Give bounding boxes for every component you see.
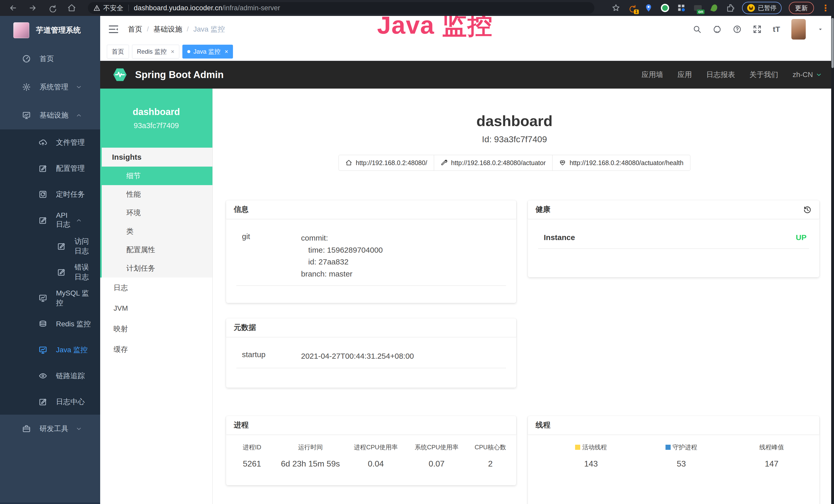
tab-label: Redis 监控 [137, 47, 167, 56]
process-card-title: 进程 [234, 420, 249, 430]
fullscreen-icon[interactable] [753, 25, 762, 33]
sidebar-item-home[interactable]: 首页 [0, 45, 100, 73]
bookmark-star-icon[interactable] [612, 4, 620, 12]
briefcase-icon [22, 425, 31, 433]
sidebar-item-java-monitor[interactable]: Java 监控 [0, 337, 100, 363]
browser-update-button[interactable]: 更新 [789, 2, 814, 14]
sba-menu-config-props[interactable]: 配置属性 [102, 240, 213, 259]
metadata-value: 2021-04-27T00:44:31.254+08:00 [301, 350, 506, 362]
threads-card-title: 线程 [535, 420, 550, 430]
extension-leaf-icon[interactable] [710, 3, 719, 13]
breadcrumb-home[interactable]: 首页 [128, 24, 142, 34]
refresh-icon[interactable] [48, 4, 57, 12]
hamburger-icon[interactable] [108, 24, 119, 35]
sba-nav-about[interactable]: 关于我们 [749, 70, 778, 79]
insights-group: Insights 细节 性能 环境 类 配置属性 计划任务 [100, 147, 213, 278]
stat-uptime: 运行时间 6d 23h 15m 59s [275, 443, 346, 468]
stat-system-cpu: 系统CPU使用率 0.07 [406, 443, 467, 468]
sba-menu-mappings[interactable]: 映射 [100, 319, 213, 339]
sidebar-item-api-log[interactable]: API 日志 [0, 207, 100, 233]
legend-daemon-threads-swatch [665, 445, 671, 450]
service-url-button[interactable]: http://192.168.0.2:48080/ [338, 155, 434, 171]
extension-grid-icon[interactable] [677, 3, 686, 13]
font-size-icon[interactable]: tT [773, 25, 780, 33]
avatar-caret-icon[interactable] [817, 26, 824, 32]
sidebar-item-mysql-monitor[interactable]: MySQL 监控 [0, 285, 100, 311]
app-logo-image [13, 22, 29, 38]
chevron-down-icon [75, 84, 82, 90]
search-icon[interactable] [693, 25, 701, 33]
sba-nav-applications[interactable]: 应用 [678, 70, 692, 79]
sba-menu-environment[interactable]: 环境 [102, 204, 213, 222]
stat-process-cpu: 进程CPU使用率 0.04 [346, 443, 407, 468]
sidebar-item-tracing[interactable]: 链路追踪 [0, 363, 100, 389]
legend-live-threads-swatch [575, 445, 580, 450]
threads-chart: 140 120 100 [528, 485, 819, 504]
sba-locale-select[interactable]: zh-CN [793, 71, 822, 79]
back-icon[interactable] [9, 4, 18, 12]
actuator-url-button[interactable]: http://192.168.0.2:48080/actuator [434, 155, 552, 171]
edit-icon [39, 397, 47, 406]
sidebar-item-redis-monitor[interactable]: Redis 监控 [0, 311, 100, 337]
sidebar-item-label: 日志中心 [56, 397, 85, 407]
extension-green-icon[interactable] [660, 3, 670, 13]
sba-menu-classes[interactable]: 类 [102, 222, 213, 240]
edit-icon [39, 216, 47, 225]
sidebar-item-system[interactable]: 系统管理 [0, 73, 100, 101]
heartbeat-icon [559, 159, 566, 166]
sidebar-item-cron-job[interactable]: 定时任务 [0, 181, 100, 207]
sidebar-item-log-center[interactable]: 日志中心 [0, 389, 100, 415]
sidebar-item-error-log[interactable]: 错误日志 [0, 259, 100, 285]
tab-redis-monitor[interactable]: Redis 监控 × [132, 45, 179, 59]
app-logo-row[interactable]: 芋道管理系统 [0, 16, 100, 45]
app-title: 芋道管理系统 [36, 25, 81, 36]
stat-label: 进程CPU使用率 [346, 443, 407, 451]
stat-value: 2 [467, 459, 514, 468]
chevron-up-icon [75, 217, 82, 224]
health-url-button[interactable]: http://192.168.0.2:48080/actuator/health [552, 155, 690, 171]
sba-menu-caches[interactable]: 缓存 [100, 339, 213, 360]
browser-menu-icon[interactable]: ⋮ [821, 4, 830, 12]
sba-menu-metrics[interactable]: 性能 [102, 185, 213, 204]
forward-icon[interactable] [28, 4, 37, 12]
extension-colorzilla-icon[interactable]: 1 [628, 3, 637, 13]
sba-menu-logging[interactable]: 日志 [100, 278, 213, 298]
browser-home-icon[interactable] [67, 4, 76, 12]
not-secure-icon [93, 5, 100, 11]
sba-logo-icon[interactable] [112, 67, 128, 83]
close-icon[interactable]: × [171, 48, 174, 55]
sba-nav-journal[interactable]: 日志报表 [706, 70, 735, 79]
address-bar[interactable]: 不安全 dashboard.yudao.iocoder.cn /infra/ad… [88, 2, 594, 14]
profile-paused-chip[interactable]: 已暂停 [742, 2, 782, 14]
breadcrumb-infra[interactable]: 基础设施 [153, 24, 182, 34]
close-icon[interactable]: × [224, 48, 228, 55]
layers-icon [39, 320, 47, 328]
sba-nav-wallboard[interactable]: 应用墙 [642, 70, 663, 79]
stat-live-threads: 活动线程 143 [546, 443, 636, 468]
sidebar-item-infra[interactable]: 基础设施 [0, 101, 100, 130]
sba-brand[interactable]: Spring Boot Admin [135, 69, 224, 81]
sidebar-item-label: 研发工具 [40, 424, 68, 434]
sidebar-item-config-manage[interactable]: 配置管理 [0, 155, 100, 181]
stat-value: 5261 [228, 459, 275, 468]
scrollbar-thumb[interactable] [831, 18, 834, 68]
tab-home[interactable]: 首页 [107, 45, 129, 59]
page-scrollbar[interactable] [831, 16, 834, 504]
history-icon[interactable] [803, 205, 812, 214]
sba-menu-jvm[interactable]: JVM [100, 298, 213, 319]
info-card: 信息 git commit: time: 1596289704000 id: 2… [226, 200, 516, 303]
user-avatar[interactable] [791, 19, 806, 40]
github-icon[interactable] [713, 25, 722, 33]
extension-switch-icon[interactable]: on [693, 3, 702, 13]
sidebar-item-file-manage[interactable]: 文件管理 [0, 130, 100, 155]
stat-label: 线程峰值 [759, 443, 784, 451]
sba-menu-details[interactable]: 细节 [102, 167, 213, 185]
help-icon[interactable] [733, 25, 742, 33]
extension-pin-icon[interactable] [644, 3, 653, 13]
tab-java-monitor[interactable]: Java 监控 × [182, 45, 233, 59]
instance-header[interactable]: dashboard 93a3fc7f7409 [100, 89, 213, 147]
sba-menu-scheduled-tasks[interactable]: 计划任务 [102, 259, 213, 278]
extensions-puzzle-icon[interactable] [726, 4, 735, 12]
sidebar-item-access-log[interactable]: 访问日志 [0, 233, 100, 259]
sidebar-item-dev-tools[interactable]: 研发工具 [0, 415, 100, 443]
